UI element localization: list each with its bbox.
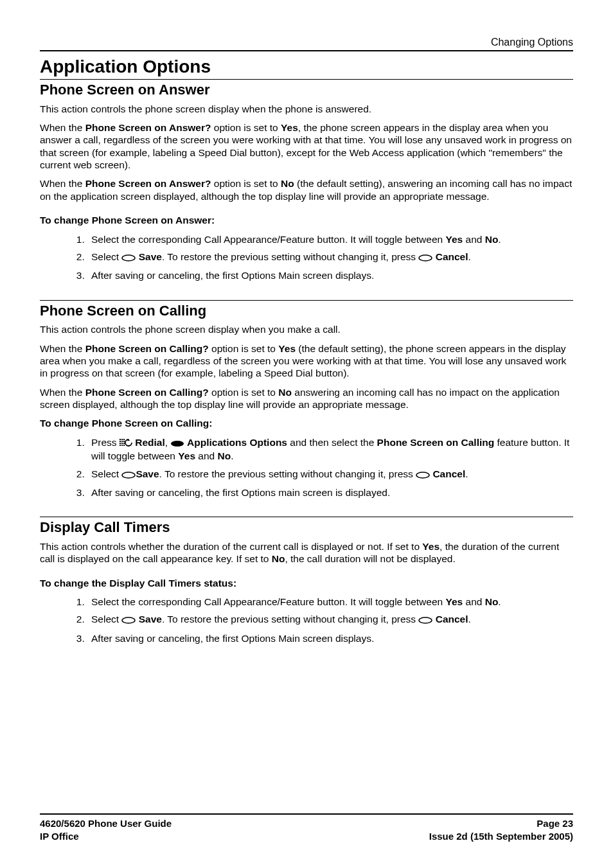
text: Phone Screen on Calling? — [85, 387, 209, 398]
section-heading-phone-screen-on-calling: Phone Screen on Calling — [40, 302, 573, 320]
text: No — [218, 450, 231, 461]
footer-right: Page 23 Issue 2d (15th September 2005) — [429, 817, 573, 842]
text: Applications Options — [184, 437, 287, 448]
text: Select — [91, 614, 121, 624]
svg-rect-3 — [121, 439, 123, 440]
text: and then select the — [287, 437, 377, 448]
svg-rect-6 — [121, 441, 123, 442]
text: No — [281, 178, 294, 189]
page-title: Application Options — [40, 55, 573, 80]
svg-rect-8 — [120, 443, 121, 444]
steps-list: Select the corresponding Call Appearance… — [40, 233, 573, 282]
text: and — [463, 596, 484, 607]
text: When the — [40, 178, 85, 189]
svg-rect-11 — [120, 445, 121, 446]
howto-heading: To change Phone Screen on Answer: — [40, 214, 573, 226]
paragraph: When the Phone Screen on Calling? option… — [40, 342, 573, 380]
softkey-icon — [121, 252, 136, 264]
text: No — [485, 234, 499, 245]
step: After saving or canceling, the first Opt… — [87, 269, 573, 281]
text: Phone Screen on Answer? — [85, 122, 211, 133]
page: Changing Options Application Options Pho… — [0, 0, 613, 868]
text: Phone Screen on Calling? — [85, 343, 209, 354]
text: . — [465, 468, 468, 479]
svg-rect-10 — [123, 443, 125, 444]
text: option is set to — [211, 178, 281, 189]
text: Press — [91, 437, 120, 448]
svg-point-14 — [171, 441, 184, 447]
text: . To restore the previous setting withou… — [159, 468, 416, 479]
text: Save — [136, 468, 159, 479]
text: Select the corresponding Call Appearance… — [91, 596, 445, 607]
text: Select — [91, 468, 121, 479]
section-heading-display-call-timers: Display Call Timers — [40, 518, 573, 536]
text: Page 23 — [429, 817, 573, 830]
softkey-icon — [121, 614, 136, 626]
step: After saving or canceling, the first Opt… — [87, 486, 573, 499]
text: Phone Screen on Calling — [377, 437, 495, 448]
text: Yes — [178, 450, 195, 461]
text: . — [231, 450, 233, 461]
svg-point-0 — [122, 255, 135, 261]
svg-point-18 — [419, 617, 432, 623]
paragraph: When the Phone Screen on Calling? option… — [40, 386, 573, 411]
text: , — [165, 437, 171, 448]
paragraph: This action controls whether the duratio… — [40, 540, 573, 565]
text: No — [272, 553, 285, 564]
text: Yes — [445, 234, 463, 245]
text: Save — [136, 614, 162, 624]
howto-heading: To change the Display Call Timers status… — [40, 577, 573, 589]
text: Yes — [422, 541, 440, 552]
step: Select Save. To restore the previous set… — [87, 613, 573, 626]
step: Select Save. To restore the previous set… — [87, 468, 573, 481]
text: . — [468, 614, 471, 624]
steps-list: Press Redial, Applications Options and t… — [40, 436, 573, 499]
text: . To restore the previous setting withou… — [162, 614, 419, 624]
step: Select the corresponding Call Appearance… — [87, 233, 573, 245]
text: Redial — [132, 437, 165, 448]
svg-rect-12 — [121, 445, 123, 446]
text: IP Office — [40, 830, 172, 843]
text: This action controls whether the duratio… — [40, 541, 422, 552]
text: . To restore the previous setting withou… — [162, 251, 419, 262]
svg-rect-9 — [121, 443, 123, 444]
text: Yes — [445, 596, 463, 607]
paragraph: This action controls the phone screen di… — [40, 323, 573, 335]
softkey-icon — [418, 252, 432, 264]
step: Press Redial, Applications Options and t… — [87, 436, 573, 463]
text: Phone Screen on Answer? — [85, 178, 211, 189]
footer-left: 4620/5620 Phone User Guide IP Office — [40, 817, 172, 842]
paragraph: This action controls the phone screen di… — [40, 103, 573, 115]
svg-rect-5 — [120, 441, 121, 442]
text: When the — [40, 122, 85, 133]
paragraph: When the Phone Screen on Answer? option … — [40, 121, 573, 172]
running-header: Changing Options — [40, 36, 573, 51]
steps-list: Select the corresponding Call Appearance… — [40, 596, 573, 644]
svg-point-1 — [419, 255, 432, 261]
text: Cancel — [432, 614, 468, 624]
step: Select the corresponding Call Appearance… — [87, 596, 573, 608]
text: When the — [40, 387, 85, 398]
svg-rect-2 — [120, 439, 121, 440]
text: option is set to — [209, 343, 279, 354]
section-heading-phone-screen-on-answer: Phone Screen on Answer — [40, 81, 573, 99]
softkey-icon — [416, 469, 430, 481]
howto-heading: To change Phone Screen on Calling: — [40, 417, 573, 429]
paragraph: When the Phone Screen on Answer? option … — [40, 177, 573, 202]
softkey-icon — [170, 438, 184, 450]
text: No — [278, 387, 292, 398]
text: option is set to — [211, 122, 281, 133]
svg-point-15 — [122, 472, 135, 478]
divider — [40, 300, 573, 301]
text: Cancel — [432, 251, 468, 262]
text: Select — [91, 251, 121, 262]
text: and — [463, 234, 484, 245]
text: . — [468, 251, 471, 262]
softkey-icon — [121, 469, 136, 481]
text: and — [195, 450, 217, 461]
text: 4620/5620 Phone User Guide — [40, 817, 172, 830]
text: , the call duration will not be displaye… — [285, 553, 455, 564]
text: Cancel — [430, 468, 465, 479]
divider — [40, 517, 573, 517]
text: Select the corresponding Call Appearance… — [91, 234, 445, 245]
